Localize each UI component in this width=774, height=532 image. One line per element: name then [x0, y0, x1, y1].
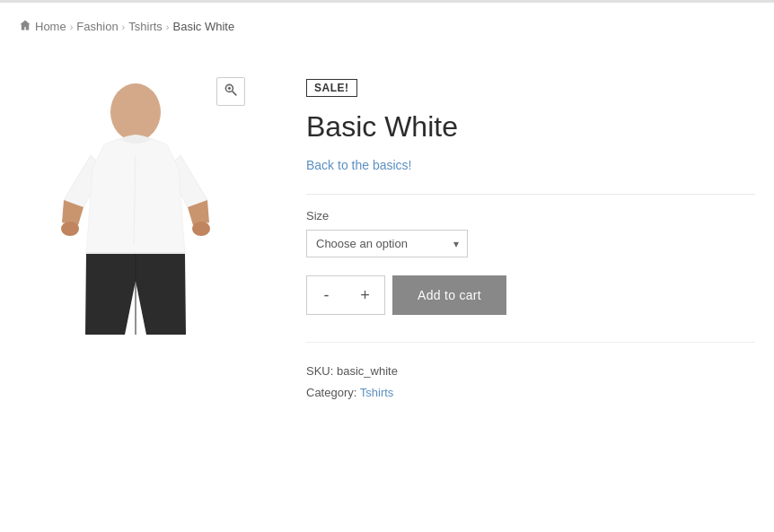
- home-icon: [19, 19, 31, 34]
- zoom-button[interactable]: [216, 77, 245, 106]
- separator-1: ›: [70, 22, 74, 32]
- sku-row: SKU: basic_white: [306, 361, 755, 381]
- add-to-cart-button[interactable]: Add to cart: [392, 275, 506, 315]
- category-label: Category:: [306, 386, 356, 399]
- size-select[interactable]: Choose an option Small Medium Large X-La…: [306, 230, 468, 257]
- sku-label: SKU:: [306, 364, 333, 378]
- breadcrumb-home[interactable]: Home: [35, 20, 66, 33]
- category-link[interactable]: Tshirts: [360, 386, 394, 399]
- product-layout: SALE! Basic White Back to the basics! Si…: [19, 43, 755, 439]
- product-title: Basic White: [306, 109, 755, 144]
- cart-row: - + Add to cart: [306, 275, 755, 315]
- svg-point-3: [61, 222, 79, 236]
- svg-point-4: [192, 222, 210, 236]
- product-details: SALE! Basic White Back to the basics! Si…: [306, 70, 755, 403]
- category-row: Category: Tshirts: [306, 382, 755, 403]
- quantity-minus-button[interactable]: -: [306, 275, 346, 315]
- product-illustration: [46, 74, 225, 353]
- product-tagline: Back to the basics!: [306, 158, 755, 172]
- breadcrumb: Home › Fashion › Tshirts › Basic White: [19, 3, 755, 43]
- breadcrumb-fashion[interactable]: Fashion: [76, 20, 118, 33]
- sku-value: basic_white: [337, 364, 398, 378]
- svg-line-7: [233, 92, 237, 96]
- svg-point-1: [110, 83, 161, 141]
- quantity-plus-button[interactable]: +: [346, 275, 385, 315]
- product-meta: SKU: basic_white Category: Tshirts: [306, 342, 755, 403]
- breadcrumb-current: Basic White: [173, 20, 235, 33]
- product-image-wrap: [19, 70, 252, 357]
- size-label: Size: [306, 209, 755, 222]
- product-image: [19, 70, 252, 357]
- divider-1: [306, 194, 755, 195]
- sale-badge: SALE!: [306, 79, 357, 97]
- zoom-icon: [224, 83, 238, 100]
- breadcrumb-tshirts[interactable]: Tshirts: [128, 20, 163, 33]
- separator-3: ›: [166, 22, 170, 32]
- separator-2: ›: [122, 22, 126, 32]
- size-select-wrap: Choose an option Small Medium Large X-La…: [306, 230, 468, 257]
